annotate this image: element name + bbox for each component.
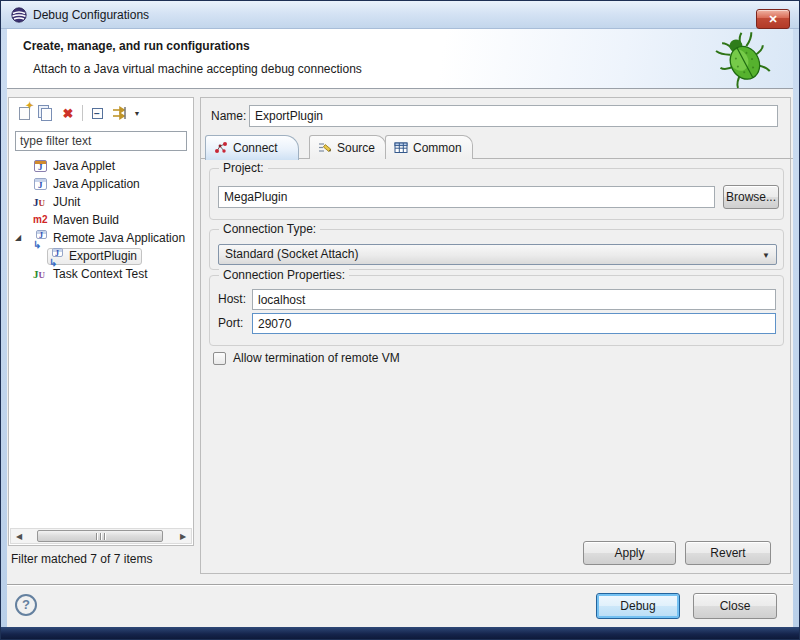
tree-item-junit[interactable]: JUJUnit	[9, 193, 193, 211]
connection-properties-label: Connection Properties:	[219, 268, 349, 282]
tree-item-label: Task Context Test	[53, 267, 148, 281]
tab-common-label: Common	[413, 141, 462, 155]
window-frame-left	[1, 29, 7, 627]
page-front-glyph	[41, 108, 52, 121]
tree-item-exportplugin[interactable]: J↳ExportPlugin	[9, 247, 193, 265]
dialog-header: Create, manage, and run configurations A…	[7, 29, 795, 89]
grip	[100, 533, 101, 540]
scroll-left-icon[interactable]: ◀	[11, 532, 27, 541]
junit-icon: JU	[33, 194, 49, 210]
scrollbar-thumb[interactable]	[37, 530, 163, 542]
grip	[104, 533, 105, 540]
maven-icon: m2	[33, 212, 49, 228]
tree-item-label: Java Application	[53, 177, 140, 191]
filter-icon[interactable]	[108, 102, 130, 124]
tree-item-label: JUnit	[53, 195, 80, 209]
tree-item-maven-build[interactable]: m2Maven Build	[9, 211, 193, 229]
footer-separator	[7, 584, 793, 586]
eclipse-icon	[11, 7, 27, 23]
name-input[interactable]: ExportPlugin	[249, 105, 778, 127]
apply-button[interactable]: Apply	[583, 541, 676, 565]
tree-item-remote-java-application[interactable]: ◢J↳Remote Java Application	[9, 229, 193, 247]
header-subtitle: Attach to a Java virtual machine accepti…	[33, 62, 362, 76]
delete-icon[interactable]: ✖	[57, 102, 79, 124]
collapse-all-icon[interactable]: −	[86, 102, 108, 124]
java-applet-icon: J	[33, 158, 49, 174]
minus-box-glyph: −	[92, 108, 103, 119]
source-icon	[318, 141, 332, 155]
project-input[interactable]: MegaPlugin	[218, 186, 715, 208]
port-input[interactable]: 29070	[252, 313, 776, 334]
tree-item-java-applet[interactable]: JJava Applet	[9, 157, 193, 175]
tree-item-label: Java Applet	[53, 159, 115, 173]
scroll-right-icon[interactable]: ▶	[175, 532, 191, 541]
tab-common[interactable]: Common	[385, 135, 473, 159]
connection-properties-group: Connection Properties: Host: localhost P…	[209, 275, 784, 346]
browse-button[interactable]: Browse...	[723, 185, 779, 209]
bug-icon	[713, 31, 775, 89]
host-input[interactable]: localhost	[252, 289, 776, 310]
filter-input[interactable]: type filter text	[15, 131, 187, 151]
host-label: Host:	[218, 292, 246, 306]
grip	[96, 533, 97, 540]
new-config-icon[interactable]: ✦	[13, 102, 35, 124]
help-icon[interactable]: ?	[15, 594, 37, 616]
window-title: Debug Configurations	[33, 8, 149, 22]
chevron-down-icon: ▼	[762, 251, 770, 260]
tab-connect-label: Connect	[233, 141, 278, 155]
filter-arrows-glyph	[111, 105, 127, 121]
header-title: Create, manage, and run configurations	[23, 39, 250, 53]
connection-type-value: Standard (Socket Attach)	[225, 247, 358, 261]
java-application-icon: J	[33, 176, 49, 192]
close-button[interactable]: Close	[693, 593, 777, 619]
project-group: Project: MegaPlugin Browse...	[209, 168, 784, 220]
name-label: Name:	[211, 109, 246, 123]
allow-termination-label: Allow termination of remote VM	[233, 351, 400, 365]
tab-source[interactable]: Source	[309, 135, 386, 159]
connection-type-label: Connection Type:	[219, 222, 320, 236]
allow-termination-checkbox[interactable]	[213, 352, 226, 365]
tree-item-label: Remote Java Application	[53, 231, 185, 245]
tree-item-task-context-test[interactable]: JUTask Context Test	[9, 265, 193, 283]
config-editor-panel: Name: ExportPlugin Connect Source	[200, 97, 791, 574]
caret-glyph: ▼	[134, 110, 141, 117]
task-context-icon: JU	[33, 266, 49, 282]
tree-item-label: Maven Build	[53, 213, 119, 227]
launch-config-tree: JJava AppletJJava ApplicationJUJUnitm2Ma…	[9, 157, 193, 527]
dropdown-arrow-icon[interactable]: ▼	[130, 102, 144, 124]
project-group-label: Project:	[219, 161, 268, 175]
expand-twisty-icon[interactable]: ◢	[15, 229, 25, 247]
close-icon[interactable]: ✕	[756, 9, 790, 29]
duplicate-icon[interactable]	[35, 102, 57, 124]
remote-java-icon: J↳	[33, 230, 49, 246]
filter-status: Filter matched 7 of 7 items	[11, 552, 152, 566]
tab-source-label: Source	[337, 141, 375, 155]
allow-termination-row: Allow termination of remote VM	[213, 351, 400, 365]
horizontal-scrollbar[interactable]: ◀ ▶	[10, 528, 192, 544]
connection-type-select[interactable]: Standard (Socket Attach) ▼	[218, 244, 777, 265]
titlebar[interactable]: Debug Configurations ✕	[1, 1, 800, 29]
plus-star-glyph: ✦	[26, 100, 34, 111]
tree-item-java-application[interactable]: JJava Application	[9, 175, 193, 193]
revert-button[interactable]: Revert	[685, 541, 771, 565]
common-icon	[394, 141, 408, 155]
connect-icon	[214, 141, 228, 155]
debug-button[interactable]: Debug	[596, 593, 680, 619]
tab-bar: Connect Source Common	[205, 135, 785, 159]
debug-configurations-dialog: Debug Configurations ✕ Create, manage, a…	[0, 0, 800, 640]
tab-connect[interactable]: Connect	[205, 135, 299, 160]
red-x-glyph: ✖	[63, 106, 74, 121]
connection-type-group: Connection Type: Standard (Socket Attach…	[209, 229, 784, 270]
tree-item-label: ExportPlugin	[69, 249, 137, 263]
port-label: Port:	[218, 316, 243, 330]
remote-java-icon: J↳	[49, 248, 65, 264]
toolbar-separator	[82, 105, 83, 121]
sidebar-toolbar: ✦ ✖ −	[13, 101, 144, 125]
launch-config-sidebar: ✦ ✖ −	[8, 97, 194, 546]
window-frame-bottom	[1, 627, 799, 639]
window-frame-right	[793, 29, 799, 627]
